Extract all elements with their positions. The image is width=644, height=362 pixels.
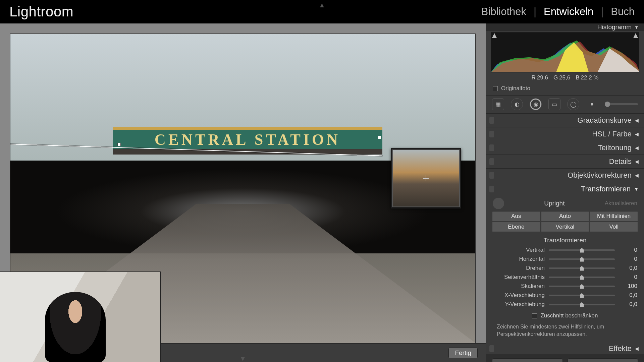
disclosure-triangle-icon: ◀ [635, 346, 639, 351]
upright-off-button[interactable]: Aus [492, 211, 540, 221]
panel-effects[interactable]: Effekte ◀ [486, 343, 644, 354]
readout-g-label: G [553, 74, 558, 81]
redeye-tool-icon[interactable]: ◉ [530, 98, 542, 110]
panel-detail[interactable]: Details ◀ [486, 155, 644, 168]
histogram-title: Histogramm [597, 23, 632, 31]
upright-guide-handle[interactable] [378, 136, 381, 139]
crop-tool-icon[interactable]: ▦ [492, 98, 504, 110]
brush-tool-icon[interactable]: ● [586, 98, 598, 110]
upright-guide-handle[interactable] [117, 143, 121, 146]
histogram-header[interactable]: Histogramm ▼ [486, 23, 644, 31]
panel-collapse-chevron-bottom[interactable]: ▼ [239, 355, 246, 362]
upright-auto-button[interactable]: Auto [541, 211, 589, 221]
slider-thumb-icon[interactable] [580, 302, 584, 307]
slider-value[interactable]: 100 [619, 283, 637, 290]
upright-label: Upright [504, 200, 605, 207]
panel-tone-curve[interactable]: Gradationskurve ◀ [486, 114, 644, 127]
original-photo-checkbox[interactable]: Originalfoto [486, 84, 644, 95]
slider-thumb-icon[interactable] [580, 257, 584, 262]
panel-switch-icon[interactable] [489, 158, 494, 165]
done-button[interactable]: Fertig [448, 348, 478, 358]
upright-tool-icon[interactable] [493, 198, 504, 209]
slider-value[interactable]: 0,0 [619, 301, 637, 308]
webcam-overlay [0, 272, 161, 362]
histogram-chart[interactable] [491, 32, 639, 72]
upright-level-button[interactable]: Ebene [492, 222, 540, 232]
panel-switch-icon[interactable] [489, 131, 494, 137]
slider-thumb-icon[interactable] [580, 248, 584, 253]
panel-title: HSL / Farbe [592, 130, 632, 138]
loupe-magnifier[interactable] [391, 148, 461, 208]
disclosure-triangle-icon: ◀ [635, 145, 639, 150]
slider-label: Y-Verschiebung [493, 301, 545, 308]
local-adjust-toolstrip: ▦ ◐ ◉ ▭ ◯ ● [486, 95, 644, 113]
panel-split-toning[interactable]: Teiltonung ◀ [486, 141, 644, 155]
upright-full-button[interactable]: Voll [590, 222, 638, 232]
transform-slider-row: Horizontal0 [493, 256, 637, 262]
panel-switch-icon[interactable] [489, 186, 494, 192]
panel-title: Teiltonung [598, 143, 632, 152]
slider-track[interactable] [549, 267, 615, 269]
slider-label: Drehen [493, 265, 545, 272]
panel-lens-corrections[interactable]: Objektivkorrekturen ◀ [486, 169, 644, 182]
slider-label: Seitenverhältnis [493, 274, 545, 281]
panel-switch-icon[interactable] [489, 117, 494, 124]
readout-b-label: B [576, 74, 579, 81]
disclosure-triangle-icon: ◀ [635, 159, 639, 164]
spot-removal-tool-icon[interactable]: ◐ [511, 98, 523, 110]
module-sep: | [601, 6, 603, 18]
upright-guided-button[interactable]: Mit Hilfslinien [590, 211, 638, 221]
module-develop[interactable]: Entwickeln [544, 6, 593, 18]
transform-slider-row: Skalieren100 [493, 283, 637, 290]
slider-thumb-icon[interactable] [580, 284, 584, 289]
panel-transform[interactable]: Transformieren ▼ [486, 182, 644, 196]
graduated-filter-tool-icon[interactable]: ▭ [548, 98, 560, 110]
transform-slider-row: X-Verschiebung0,0 [493, 292, 637, 299]
constrain-crop-label: Zuschnitt beschränken [540, 312, 598, 319]
slider-thumb-icon[interactable] [580, 293, 584, 298]
disclosure-triangle-icon: ▼ [634, 186, 639, 192]
panel-title: Transformieren [581, 185, 631, 193]
transform-slider-row: Y-Verschiebung0,0 [493, 301, 637, 308]
slider-track[interactable] [549, 286, 615, 287]
slider-value[interactable]: 0 [619, 247, 637, 253]
checkbox-icon [532, 313, 537, 318]
slider-track[interactable] [549, 249, 615, 251]
panel-title: Gradationskurve [578, 116, 632, 125]
upright-update-button[interactable]: Aktualisieren [605, 200, 637, 207]
upright-vertical-button[interactable]: Vertikal [541, 222, 589, 232]
slider-track[interactable] [549, 295, 615, 296]
module-book[interactable]: Buch [611, 6, 635, 18]
reset-button[interactable]: Zurücksetzen [568, 358, 638, 362]
develop-right-panel: Histogramm ▼ R29,6 G25,6 B22,2 % Origina… [486, 23, 644, 362]
transform-hint: Zeichnen Sie mindestens zwei Hilfslinien… [486, 320, 644, 343]
disclosure-triangle-icon: ▼ [634, 25, 639, 30]
slider-value[interactable]: 0,0 [619, 265, 637, 272]
slider-thumb-icon[interactable] [580, 266, 584, 271]
original-photo-label: Originalfoto [501, 85, 530, 92]
panel-collapse-chevron-top[interactable]: ▲ [319, 1, 325, 9]
slider-label: X-Verschiebung [493, 292, 545, 299]
disclosure-triangle-icon: ◀ [635, 173, 639, 178]
radial-filter-tool-icon[interactable]: ◯ [567, 98, 579, 110]
module-sep: | [534, 6, 536, 18]
slider-value[interactable]: 0 [619, 256, 637, 262]
readout-r-label: R [532, 74, 536, 81]
slider-value[interactable]: 0,0 [619, 292, 637, 299]
brush-size-slider[interactable] [605, 103, 638, 105]
slider-label: Vertikal [493, 247, 545, 253]
slider-value[interactable]: 0 [619, 274, 637, 281]
module-library[interactable]: Bibliothek [481, 6, 526, 18]
constrain-crop-checkbox[interactable]: Zuschnitt beschränken [486, 308, 644, 320]
slider-track[interactable] [549, 277, 615, 278]
slider-thumb-icon[interactable] [580, 275, 584, 280]
panel-hsl[interactable]: HSL / Farbe ◀ [486, 127, 644, 141]
panel-switch-icon[interactable] [489, 144, 494, 151]
panel-switch-icon[interactable] [489, 172, 494, 179]
slider-track[interactable] [549, 304, 615, 305]
app-title: Lightroom [9, 4, 73, 20]
slider-track[interactable] [549, 258, 615, 260]
previous-button[interactable]: Vorherige [492, 358, 563, 362]
panel-switch-icon[interactable] [489, 345, 494, 352]
transform-slider-row: Seitenverhältnis0 [493, 274, 637, 281]
